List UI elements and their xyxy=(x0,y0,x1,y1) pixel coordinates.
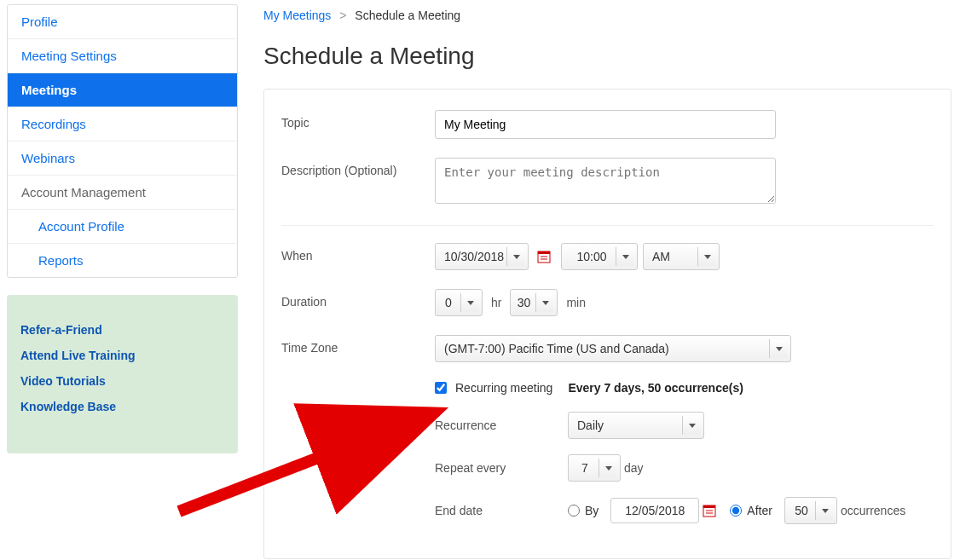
duration-min-select[interactable]: 30 xyxy=(510,289,558,316)
end-after-radio[interactable] xyxy=(730,505,742,517)
recurring-label: Recurring meeting xyxy=(455,381,552,395)
nav-meeting-settings[interactable]: Meeting Settings xyxy=(8,39,237,73)
breadcrumb-current: Schedule a Meeting xyxy=(355,9,460,22)
nav-list: Profile Meeting Settings Meetings Record… xyxy=(7,4,238,278)
help-videos[interactable]: Video Tutorials xyxy=(20,368,224,394)
main: My Meetings > Schedule a Meeting Schedul… xyxy=(245,0,960,559)
calendar-icon[interactable] xyxy=(537,250,551,263)
nav-profile[interactable]: Profile xyxy=(8,5,237,39)
when-time-select[interactable]: 10:00 xyxy=(561,243,638,270)
end-by-radio-wrap[interactable]: By xyxy=(568,504,599,517)
hr-unit: hr xyxy=(491,296,501,309)
help-refer[interactable]: Refer-a-Friend xyxy=(20,317,224,343)
end-after-radio-wrap[interactable]: After xyxy=(730,504,772,517)
sidebar: Profile Meeting Settings Meetings Record… xyxy=(0,0,245,559)
nav-meetings[interactable]: Meetings xyxy=(8,73,237,107)
timezone-select[interactable]: (GMT-7:00) Pacific Time (US and Canada) xyxy=(435,335,791,362)
end-after-unit: occurrences xyxy=(841,504,905,517)
breadcrumb-sep: > xyxy=(339,9,346,22)
breadcrumb-parent[interactable]: My Meetings xyxy=(263,9,331,22)
nav-recordings[interactable]: Recordings xyxy=(8,107,237,141)
help-box: Refer-a-Friend Attend Live Training Vide… xyxy=(7,295,238,453)
when-ampm-select[interactable]: AM xyxy=(643,243,720,270)
when-date-select[interactable]: 10/30/2018 xyxy=(435,243,529,270)
recurrence-label: Recurrence xyxy=(435,419,568,432)
svg-rect-5 xyxy=(703,505,715,508)
min-unit: min xyxy=(566,296,586,309)
when-label: When xyxy=(281,243,435,263)
nav-account-management-header: Account Management xyxy=(8,176,237,210)
divider xyxy=(281,225,934,226)
nav-account-profile[interactable]: Account Profile xyxy=(8,210,237,244)
end-by-date-input[interactable]: 12/05/2018 xyxy=(610,498,699,523)
help-training[interactable]: Attend Live Training xyxy=(20,343,224,368)
end-label: End date xyxy=(435,504,568,517)
calendar-icon[interactable] xyxy=(703,504,716,517)
duration-label: Duration xyxy=(281,289,435,309)
recurrence-select[interactable]: Daily xyxy=(568,412,704,439)
description-textarea[interactable] xyxy=(435,158,776,204)
topic-input[interactable] xyxy=(435,110,776,139)
end-by-label: By xyxy=(585,504,599,517)
page-title: Schedule a Meeting xyxy=(263,43,951,70)
breadcrumb: My Meetings > Schedule a Meeting xyxy=(263,9,951,27)
tz-label: Time Zone xyxy=(281,335,435,355)
end-after-select[interactable]: 50 xyxy=(784,497,837,524)
end-by-radio[interactable] xyxy=(568,505,580,517)
repeat-label: Repeat every xyxy=(435,461,568,475)
repeat-unit: day xyxy=(624,461,644,475)
nav-reports[interactable]: Reports xyxy=(8,244,237,277)
svg-rect-1 xyxy=(538,251,550,254)
help-kb[interactable]: Knowledge Base xyxy=(20,394,224,419)
recurring-summary: Every 7 days, 50 occurrence(s) xyxy=(568,381,743,395)
duration-hr-select[interactable]: 0 xyxy=(435,289,483,316)
description-label: Description (Optional) xyxy=(281,158,435,177)
topic-label: Topic xyxy=(281,110,435,130)
repeat-select[interactable]: 7 xyxy=(568,454,621,482)
form-panel: Topic Description (Optional) When 10/30/… xyxy=(263,89,951,559)
recurring-checkbox[interactable] xyxy=(435,382,447,394)
nav-webinars[interactable]: Webinars xyxy=(8,141,237,176)
end-after-label: After xyxy=(747,504,772,517)
